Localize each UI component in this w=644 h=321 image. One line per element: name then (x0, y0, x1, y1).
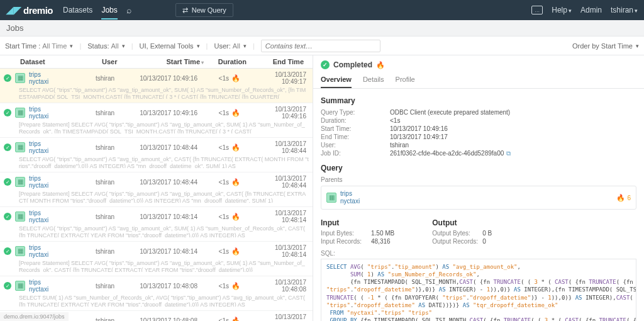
col-start-time[interactable]: Start Time▾ (136, 58, 210, 65)
job-start: 10/13/2017 10:48:14 (130, 213, 204, 220)
job-sql-preview: [Prepare Statement] SELECT AVG( "trips".… (4, 258, 309, 272)
job-start: 10/13/2017 10:48:08 (130, 283, 204, 290)
filter-contains-input[interactable] (261, 40, 380, 52)
job-user: tshiran (96, 317, 130, 322)
job-row[interactable]: ✓ trips nyctaxi tshiran 10/13/2017 10:48… (0, 207, 313, 242)
user-menu[interactable]: tshiran▾ (611, 6, 638, 14)
fire-icon: 🔥 (231, 213, 240, 221)
tab-details[interactable]: Details (363, 72, 384, 88)
order-by[interactable]: Order by Start Time ▾ (572, 42, 639, 50)
dataset-icon (15, 73, 25, 83)
tab-overview[interactable]: Overview (321, 72, 352, 88)
narwhal-icon: ◢◤ (6, 4, 21, 16)
col-dataset[interactable]: Dataset (20, 58, 102, 65)
summary-row: End Time:10/13/2017 10:49:17 (321, 133, 636, 140)
brand-text: dremio (23, 5, 53, 16)
parent-ds-a: trips (340, 190, 360, 198)
job-duration: <1s🔥 (204, 282, 254, 290)
fire-icon: 🔥 (231, 74, 240, 82)
dataset-names: trips nyctaxi (29, 175, 96, 189)
job-user: tshiran (96, 144, 130, 151)
dataset-icon (15, 281, 25, 291)
job-row[interactable]: ✓ trips nyctaxi tshiran 10/13/2017 10:48… (0, 172, 313, 207)
status-icon: ✓ (4, 178, 11, 186)
job-start: 10/13/2017 10:48:08 (130, 317, 204, 322)
job-row[interactable]: ✓ trips nyctaxi tshiran 10/13/2017 10:48… (0, 138, 313, 172)
chat-icon[interactable]: … (531, 6, 543, 14)
output-title: Output (432, 218, 492, 227)
job-sql-preview: [Prepare Statement] SELECT AVG( "trips".… (4, 120, 309, 133)
new-query-button[interactable]: ⇄ New Query (175, 3, 233, 17)
dataset-names: trips nyctaxi (29, 106, 96, 120)
job-duration: <1s🔥 (204, 247, 254, 256)
completed-label: Completed (333, 60, 372, 69)
sql-label: SQL: (321, 250, 636, 257)
parents-card[interactable]: trips nyctaxi 🔥 6 (321, 186, 636, 210)
job-sql-preview: SELECT AVG( "trips"."tip_amount") AS "av… (4, 154, 309, 168)
job-user: tshiran (96, 110, 130, 116)
job-end: 10/13/2017 10:48:44 (254, 140, 309, 154)
copy-icon[interactable]: ⧉ (506, 150, 511, 157)
nav-jobs[interactable]: Jobs (101, 6, 117, 20)
nav-links: Datasets Jobs ⌕ (63, 5, 131, 15)
job-sql-preview: SELECT AVG( "trips"."tip_amount") AS "av… (4, 223, 309, 237)
job-list-header: Dataset User Start Time▾ Duration End Ti… (0, 55, 313, 69)
job-user: tshiran (96, 213, 130, 220)
admin-link[interactable]: Admin (580, 6, 602, 14)
job-start: 10/13/2017 10:49:16 (130, 75, 204, 82)
col-duration[interactable]: Duration (210, 58, 260, 65)
sql-box[interactable]: SELECT AVG( "trips"."tip_amount") AS "av… (321, 259, 636, 321)
dataset-names: trips nyctaxi (29, 279, 96, 293)
filter-bar: Start Time : All Time ▾ | Status: All ▾ … (0, 37, 644, 55)
fire-icon: 🔥 (376, 61, 385, 69)
fire-icon: 🔥 (231, 144, 240, 152)
job-row[interactable]: ✓ trips nyctaxi tshiran 10/13/2017 10:49… (0, 69, 313, 103)
job-row[interactable]: ✓ trips nyctaxi tshiran 10/13/2017 10:48… (0, 276, 313, 311)
logo[interactable]: ◢◤ dremio (6, 4, 53, 16)
filter-type[interactable]: UI, External Tools ▾ (140, 42, 200, 50)
fire-icon: 🔥 (616, 194, 625, 202)
search-icon[interactable]: ⌕ (126, 5, 131, 15)
dataset-icon (15, 108, 25, 118)
overview-panel: Summary Query Type:ODBC Client (execute … (313, 89, 644, 321)
new-query-icon: ⇄ (182, 6, 188, 14)
dataset-names: trips nyctaxi (29, 244, 96, 258)
dataset-icon (15, 142, 25, 152)
col-end-time[interactable]: End Time (260, 58, 308, 65)
status-icon: ✓ (4, 109, 11, 116)
dataset-icon (15, 211, 25, 222)
acceleration-badge: 🔥 6 (616, 194, 631, 202)
tab-profile[interactable]: Profile (396, 72, 415, 88)
job-row[interactable]: ✓ trips nyctaxi tshiran 10/13/2017 10:49… (0, 103, 313, 138)
status-icon: ✓ (4, 144, 11, 151)
dataset-names: trips nyctaxi (29, 140, 96, 154)
job-start: 10/13/2017 10:49:16 (130, 110, 204, 116)
fire-icon: 🔥 (231, 178, 240, 186)
col-user[interactable]: User (102, 58, 136, 65)
summary-title: Summary (321, 96, 636, 105)
filter-start-time[interactable]: Start Time : All Time ▾ (5, 42, 73, 50)
output-row: Output Bytes:0 B (432, 230, 492, 237)
job-list[interactable]: ✓ trips nyctaxi tshiran 10/13/2017 10:49… (0, 69, 313, 321)
input-title: Input (321, 218, 394, 227)
status-icon: ✓ (4, 213, 11, 220)
filter-user[interactable]: User: All ▾ (214, 42, 247, 50)
job-end: 10/13/2017 10:48:14 (254, 244, 309, 258)
filter-status[interactable]: Status: All ▾ (87, 42, 125, 50)
fire-icon: 🔥 (231, 247, 240, 256)
job-end: 10/13/2017 10:49:16 (254, 106, 309, 120)
job-row[interactable]: ✓ trips nyctaxi tshiran 10/13/2017 10:48… (0, 242, 313, 276)
job-sql-preview: SELECT SUM( 1) AS "sum_Number_of_Records… (4, 293, 309, 307)
output-row: Output Records:0 (432, 238, 492, 245)
fire-icon: 🔥 (231, 317, 240, 322)
nav-datasets[interactable]: Datasets (63, 6, 92, 14)
fire-icon: 🔥 (231, 109, 240, 117)
top-right: … Help▾ Admin tshiran▾ (531, 6, 638, 14)
job-end: 10/13/2017 10:49:17 (254, 71, 309, 85)
page-title: Jobs (0, 20, 644, 37)
help-menu[interactable]: Help▾ (552, 6, 572, 14)
job-end: 10/13/2017 10:48:08 (254, 313, 309, 321)
job-start: 10/13/2017 10:48:44 (130, 144, 204, 151)
job-duration: <1s🔥 (204, 109, 254, 117)
job-detail-panel: ✓ Completed 🔥 Overview Details Profile S… (313, 55, 644, 321)
